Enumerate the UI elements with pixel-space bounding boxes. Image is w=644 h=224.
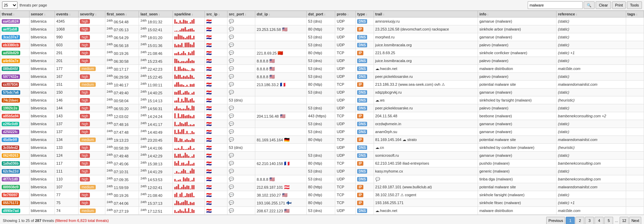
cell-trail[interactable]: 23.253.126.58 (devomchart.com) rackspace <box>374 25 478 33</box>
cell-threat-id[interactable]: 1992lc2e <box>0 104 30 112</box>
col-threat[interactable]: threat <box>0 11 30 17</box>
cell-threat-id[interactable]: 089d045f <box>0 65 30 73</box>
cell-first-seen: 24th 06:30:58 <box>105 57 139 65</box>
cell-trail[interactable]: juice.losmibracala.org <box>374 41 478 49</box>
cell-trail[interactable]: amnsreiuojy.ru <box>374 17 478 25</box>
cell-threat-id[interactable]: ad50b829 <box>0 49 30 57</box>
cell-trail[interactable]: 212.69.187.101 (www.bulliclub.at) <box>374 183 478 191</box>
cell-threat-id[interactable]: 889938d9 <box>0 183 30 191</box>
cell-threat-id[interactable]: ccf07934 <box>0 81 30 89</box>
cell-trail[interactable]: anam0rph.su <box>374 128 478 136</box>
col-dst-ip[interactable]: dst_ip <box>255 11 307 17</box>
cell-trail[interactable]: juice.losmibracala.org <box>374 57 478 65</box>
cell-threat-id[interactable]: a4e60a7e <box>0 57 30 65</box>
cell-threat-id[interactable]: 74c2daec <box>0 96 30 104</box>
cell-threat-id[interactable]: 5977432e <box>0 73 30 81</box>
cell-trail[interactable]: peer.pickeklosarske.ru <box>374 73 478 81</box>
col-type[interactable]: type <box>356 11 374 17</box>
cell-severity: medium <box>78 136 105 144</box>
col-sparkline[interactable]: sparkline <box>173 11 204 17</box>
cell-threat-id[interactable]: 05575172 <box>0 199 30 207</box>
cell-threat-id[interactable]: 45d9e9ff <box>0 136 30 144</box>
col-dst-port[interactable]: dst_port <box>307 11 335 17</box>
cell-info: sinkhole arbor (malware) <box>478 25 557 33</box>
cell-trail[interactable]: morphed.ru <box>374 33 478 41</box>
next-button[interactable]: Next <box>629 217 641 224</box>
col-trail[interactable]: trail <box>374 11 478 17</box>
cell-threat-id[interactable]: 62c9a22d <box>0 167 30 175</box>
svg-rect-94 <box>191 75 193 79</box>
cell-trail[interactable]: 38.102.150.27 ⚠ cogent <box>374 191 478 199</box>
cell-info: malware distribution <box>478 207 557 215</box>
cell-src-port: 💬 <box>227 207 255 215</box>
cell-dst-ip: 193.166.255.171 🇫🇮 <box>255 199 307 207</box>
cell-threat-id[interactable]: 9e7f0097 <box>0 191 30 199</box>
cell-threat-id[interactable]: 3ca137a7 <box>0 33 30 41</box>
cell-dst-port: 53 (dns) <box>307 167 335 175</box>
table-row: 5977432e blitvenica 167 high 24th 06:29:… <box>0 73 644 81</box>
cell-trail[interactable]: 81.169.145.164 ☁ strato <box>374 136 478 144</box>
col-proto[interactable]: proto <box>335 11 356 17</box>
col-severity[interactable]: severity <box>78 11 105 17</box>
cell-trail[interactable]: orzdwjtvmein.in <box>374 120 478 128</box>
cell-trail[interactable]: 221.8.69.25 <box>374 49 478 57</box>
cell-threat-id[interactable]: 06249263 <box>0 152 30 160</box>
cell-threat-id[interactable]: 57bdc7a6 <box>0 89 30 96</box>
cell-threat-id[interactable]: a85b5a94 <box>0 112 30 120</box>
page-1-button[interactable]: 1 <box>566 217 575 224</box>
prev-button[interactable]: Previous <box>546 217 565 224</box>
col-src-ip[interactable]: src_ip <box>205 11 227 17</box>
col-src-port[interactable]: src_port <box>227 11 255 17</box>
cell-trail[interactable]: 💬 <box>374 175 478 183</box>
cell-threat-id[interactable]: e2f6c0d9 <box>0 120 30 128</box>
cell-trail[interactable]: 62.210.140.158 iliad-entreprises <box>374 160 478 167</box>
svg-rect-11 <box>193 19 195 24</box>
cell-threat-id[interactable]: ea41d624 <box>0 17 30 25</box>
clear-button[interactable]: Clear <box>596 1 611 9</box>
cell-trail[interactable]: 193.166.255.171 <box>374 199 478 207</box>
cell-trail[interactable]: ☁.cn <box>374 144 478 152</box>
print-button[interactable]: Print <box>612 1 626 9</box>
page-3-button[interactable]: 3 <box>585 217 594 224</box>
showing-text: Showing 1 to 25 of 287 threats (filtered… <box>3 219 544 223</box>
page-2-button[interactable]: 2 <box>575 217 584 224</box>
search-input[interactable] <box>528 1 583 9</box>
cell-threat-id[interactable]: 3c0bfed2 <box>0 144 30 152</box>
cell-threat-id[interactable]: eb3380cb <box>0 41 30 49</box>
page-5-button[interactable]: 5 <box>604 217 613 224</box>
cell-src-ip: 🇭🇷 <box>205 81 227 89</box>
cell-trail[interactable]: xdqzpbcgrvkj.ru <box>374 89 478 96</box>
cell-trail[interactable]: ☁.hwcdn.net <box>374 207 478 215</box>
col-events[interactable]: events <box>55 11 79 17</box>
col-sensor[interactable]: sensor <box>29 11 55 17</box>
cell-threat-id[interactable]: aeff1ab8 <box>0 25 30 33</box>
tools-button[interactable]: Tools <box>627 1 642 9</box>
cell-dst-port: 53 (dns) <box>307 73 335 81</box>
page-12-button[interactable]: 12 <box>620 217 629 224</box>
col-first-seen[interactable]: first_seen <box>105 11 139 17</box>
cell-trail[interactable]: 204.11.56.48 <box>374 112 478 120</box>
svg-rect-204 <box>174 154 176 158</box>
table-row: a4e60a7e blitvenica 201 high 24th 06:30:… <box>0 57 644 65</box>
cell-trail[interactable]: ☁.ws <box>374 96 478 104</box>
table-row: 1992lc2e blitvenica 144 high 24th 06:55:… <box>0 104 644 112</box>
search-icon-btn[interactable]: 🔍 <box>584 1 595 9</box>
cell-trail[interactable]: 213.186.33.2 (www.sea-seek.com) ovh ⚠ <box>374 81 478 89</box>
col-info[interactable]: info <box>478 11 557 17</box>
cell-trail[interactable]: somicrosoft.ru <box>374 152 478 160</box>
cell-trail[interactable]: peer.pickeklosarske.ru <box>374 104 478 112</box>
per-page-select[interactable]: 25 50 100 <box>2 1 17 9</box>
cell-src-port: 💬 <box>227 112 255 120</box>
cell-threat-id[interactable]: d990e7ad <box>0 207 30 215</box>
col-reference[interactable]: reference <box>557 11 626 17</box>
cell-threat-id[interactable]: 4f77c1d0 <box>0 175 30 183</box>
col-tags[interactable]: tags <box>626 11 644 17</box>
cell-threat-id[interactable]: 1a9a036b <box>0 160 30 167</box>
cell-threat-id[interactable]: d25022fc <box>0 128 30 136</box>
svg-rect-40 <box>181 43 183 47</box>
cell-trail[interactable]: ☁.hwcdn.net <box>374 65 478 73</box>
cell-proto: UDP <box>335 17 356 25</box>
cell-trail[interactable]: kasy.myhome.cx <box>374 167 478 175</box>
col-last-seen[interactable]: last_seen <box>139 11 173 17</box>
page-4-button[interactable]: 4 <box>595 217 604 224</box>
